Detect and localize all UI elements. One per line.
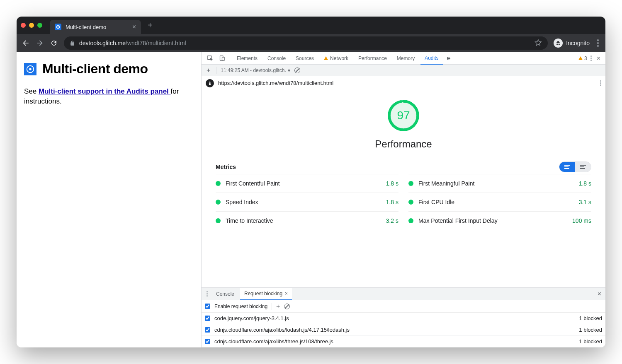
view-toggle-expanded-icon[interactable] (575, 162, 591, 172)
page-body-text: See (24, 87, 39, 95)
browser-window: Multi-client demo × + devtools.glitch.me… (17, 17, 605, 347)
browser-toolbar: devtools.glitch.me/wndt78/multiclient.ht… (17, 34, 605, 52)
clear-patterns-icon[interactable] (284, 304, 290, 309)
svg-rect-6 (222, 57, 225, 60)
tab-sources[interactable]: Sources (292, 52, 318, 65)
nav-back-button[interactable] (22, 39, 30, 47)
lock-icon (70, 41, 75, 46)
tab-close-icon[interactable]: × (285, 291, 288, 297)
page-logo-icon (24, 63, 36, 75)
warning-icon (578, 56, 583, 60)
tab-network[interactable]: Network (320, 52, 352, 65)
performance-score: 97 (386, 99, 420, 133)
incognito-indicator[interactable]: Incognito (554, 39, 590, 48)
devtools-drawer: Console Request blocking× × Enable reque… (202, 287, 605, 347)
status-dot-icon (216, 181, 221, 186)
pattern-checkbox[interactable] (205, 327, 210, 333)
audit-menu-button[interactable] (600, 80, 601, 86)
window-close[interactable] (21, 23, 26, 28)
pattern-row[interactable]: code.jquery.com/jquery-3.4.1.js1 blocked (202, 313, 605, 324)
audit-run-dropdown[interactable]: 11:49:25 AM - devtools.glitch. ▾ (221, 67, 290, 73)
warning-badge[interactable]: 3 (578, 55, 587, 61)
metric-value: 100 ms (572, 217, 591, 224)
drawer-tab-console[interactable]: Console (212, 288, 238, 300)
audit-url-bar: https://devtools.glitch.me/wndt78/multic… (202, 76, 605, 90)
metric-name: Speed Index (226, 199, 381, 205)
bookmark-star-icon[interactable] (535, 39, 542, 48)
page-body-link[interactable]: Multi-client support in the Audits panel (39, 87, 171, 95)
drawer-close-button[interactable]: × (596, 290, 603, 298)
status-dot-icon (216, 200, 221, 205)
new-audit-button[interactable]: + (205, 67, 212, 74)
drawer-menu-button[interactable] (204, 291, 210, 297)
metric-row: Max Potential First Input Delay100 ms (408, 211, 591, 230)
address-bar[interactable]: devtools.glitch.me/wndt78/multiclient.ht… (64, 36, 548, 50)
metric-name: First CPU Idle (418, 199, 574, 205)
metric-name: First Meaningful Paint (418, 180, 574, 187)
clear-audits-icon[interactable] (294, 67, 300, 73)
gauge-label: Performance (375, 138, 432, 150)
more-tabs-icon[interactable] (445, 54, 454, 63)
webpage: Multi-client demo See Multi-client suppo… (17, 52, 201, 347)
pattern-row[interactable]: cdnjs.cloudflare.com/ajax/libs/three.js/… (202, 336, 605, 347)
metric-row: First Meaningful Paint1.8 s (408, 174, 591, 193)
performance-gauge: 97 (386, 99, 420, 133)
drawer-tab-request-blocking[interactable]: Request blocking× (240, 288, 292, 300)
tab-console[interactable]: Console (263, 52, 290, 65)
tab-elements[interactable]: Elements (233, 52, 262, 65)
warning-count: 3 (584, 55, 587, 61)
tab-performance[interactable]: Performance (354, 52, 391, 65)
new-tab-button[interactable]: + (144, 21, 156, 30)
device-toolbar-icon[interactable] (217, 53, 227, 63)
add-pattern-button[interactable]: + (276, 303, 280, 310)
status-dot-icon (216, 218, 221, 223)
window-maximize[interactable] (37, 23, 42, 28)
metrics-grid: First Contentful Paint1.8 s Speed Index1… (216, 174, 591, 230)
metrics-heading: Metrics (216, 164, 236, 170)
metric-value: 1.8 s (386, 199, 398, 205)
chrome-menu-button[interactable] (595, 38, 600, 48)
drawer-tabbar: Console Request blocking× × (202, 288, 605, 300)
devtools-close-button[interactable]: × (595, 55, 602, 62)
pattern-url: cdnjs.cloudflare.com/ajax/libs/lodash.js… (214, 327, 350, 333)
pattern-checkbox[interactable] (205, 316, 210, 321)
incognito-icon (554, 39, 563, 48)
status-dot-icon (408, 200, 413, 205)
window-minimize[interactable] (29, 23, 34, 28)
audit-url: https://devtools.glitch.me/wndt78/multic… (218, 80, 596, 86)
pattern-count: 1 blocked (579, 327, 602, 333)
svg-point-3 (29, 68, 32, 70)
tab-close-icon[interactable]: × (132, 24, 136, 30)
blocking-toolbar: Enable request blocking + (202, 300, 605, 313)
status-dot-icon (408, 218, 413, 223)
metric-row: First Contentful Paint1.8 s (216, 174, 398, 193)
metric-name: Max Potential First Input Delay (418, 217, 567, 224)
blocked-patterns-list: code.jquery.com/jquery-3.4.1.js1 blocked… (202, 313, 605, 347)
devtools-menu-button[interactable] (590, 55, 592, 61)
svg-point-1 (58, 27, 59, 28)
nav-forward-button[interactable] (36, 39, 44, 47)
warning-icon (324, 56, 328, 60)
metric-row: Time to Interactive3.2 s (216, 211, 398, 230)
metric-row: Speed Index1.8 s (216, 193, 398, 211)
audits-toolbar: + 11:49:25 AM - devtools.glitch. ▾ (202, 65, 605, 76)
tabstrip: Multi-client demo × + (17, 17, 605, 34)
enable-blocking-label: Enable request blocking (214, 304, 267, 309)
page-title: Multi-client demo (42, 61, 148, 77)
enable-blocking-checkbox[interactable] (205, 304, 210, 309)
view-toggle-compact-icon[interactable] (559, 162, 575, 172)
tab-memory[interactable]: Memory (393, 52, 419, 65)
metric-name: First Contentful Paint (226, 180, 381, 187)
inspect-element-icon[interactable] (205, 53, 215, 63)
metrics-view-toggle[interactable] (559, 162, 591, 172)
browser-tab[interactable]: Multi-client demo × (50, 20, 141, 34)
pattern-row[interactable]: cdnjs.cloudflare.com/ajax/libs/lodash.js… (202, 324, 605, 336)
content-area: Multi-client demo See Multi-client suppo… (17, 52, 605, 347)
pattern-count: 1 blocked (579, 338, 602, 345)
tab-audits[interactable]: Audits (420, 52, 442, 65)
incognito-label: Incognito (566, 40, 590, 46)
pattern-checkbox[interactable] (205, 339, 210, 344)
nav-reload-button[interactable] (50, 39, 58, 47)
metric-value: 3.2 s (386, 217, 398, 224)
page-body: See Multi-client support in the Audits p… (24, 87, 194, 106)
